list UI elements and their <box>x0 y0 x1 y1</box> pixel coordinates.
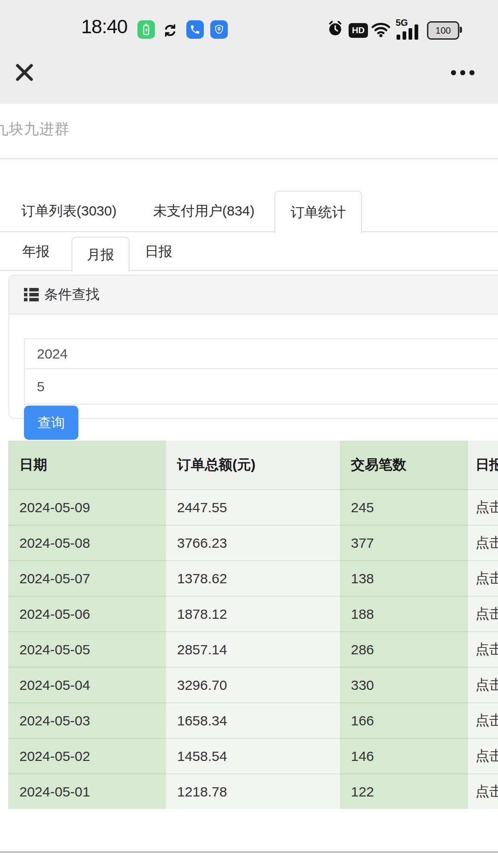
query-button[interactable]: 查询 <box>24 406 78 440</box>
cell-count: 245 <box>340 489 468 525</box>
cell-date: 2024-05-08 <box>8 525 166 560</box>
table-row: 2024-05-06 1878.12 188 点击 <box>8 596 498 631</box>
header-daily-report: 日报 <box>468 441 498 489</box>
stats-table: 日期 订单总额(元) 交易笔数 日报 2024-05-09 2447.55 24… <box>8 441 498 809</box>
cell-report-link[interactable]: 点击 <box>468 560 498 596</box>
month-input[interactable]: 5 <box>24 369 498 405</box>
cell-amount: 1378.62 <box>166 560 340 596</box>
cell-date: 2024-05-01 <box>8 773 166 809</box>
sync-icon <box>162 23 178 40</box>
more-dots-icon[interactable] <box>451 70 474 75</box>
table-row: 2024-05-01 1218.78 122 点击 <box>8 773 498 809</box>
cell-count: 166 <box>340 702 468 738</box>
cell-date: 2024-05-05 <box>8 631 166 667</box>
year-input[interactable]: 2024 <box>24 338 498 369</box>
header-date: 日期 <box>8 441 166 489</box>
cell-amount: 3766.23 <box>166 525 340 560</box>
table-row: 2024-05-05 2857.14 286 点击 <box>8 631 498 667</box>
app-screen: 18:40 HD 5G 100 九块九进群 <box>0 0 498 868</box>
battery-indicator: 100 <box>427 21 459 40</box>
subtab-daily[interactable]: 日报 <box>145 233 172 270</box>
subtab-monthly[interactable]: 月报 <box>71 237 130 272</box>
header-count: 交易笔数 <box>340 441 468 489</box>
cell-count: 330 <box>340 667 468 702</box>
table-row: 2024-05-07 1378.62 138 点击 <box>8 560 498 596</box>
cell-date: 2024-05-03 <box>8 702 166 738</box>
filter-panel: 条件查找 2024 5 查询 <box>8 275 498 419</box>
list-icon <box>24 287 39 302</box>
tab-unpaid-users[interactable]: 未支付用户(834) <box>153 191 255 231</box>
phone-app-icon <box>186 20 204 39</box>
cell-date: 2024-05-02 <box>8 738 166 773</box>
cell-report-link[interactable]: 点击 <box>468 525 498 560</box>
shield-app-icon <box>210 20 228 39</box>
cell-count: 146 <box>340 738 468 773</box>
cell-count: 286 <box>340 631 468 667</box>
filter-panel-title: 条件查找 <box>44 285 100 304</box>
tab-order-list[interactable]: 订单列表(3030) <box>21 191 117 231</box>
cell-amount: 2447.55 <box>166 489 340 525</box>
cell-report-link[interactable]: 点击 <box>468 489 498 525</box>
cell-count: 138 <box>340 560 468 596</box>
report-tab-bar: 年报 月报 日报 <box>0 233 498 271</box>
cell-date: 2024-05-09 <box>8 489 166 525</box>
table-row: 2024-05-09 2447.55 245 点击 <box>8 489 498 525</box>
cell-report-link[interactable]: 点击 <box>468 773 498 809</box>
cell-report-link[interactable]: 点击 <box>468 667 498 702</box>
filter-panel-header[interactable]: 条件查找 <box>9 275 498 315</box>
subtab-yearly[interactable]: 年报 <box>22 233 50 270</box>
table-row: 2024-05-02 1458.54 146 点击 <box>8 738 498 773</box>
page-title: 九块九进群 <box>0 119 70 139</box>
close-icon[interactable] <box>13 61 36 84</box>
cell-count: 122 <box>340 773 468 809</box>
table-row: 2024-05-08 3766.23 377 点击 <box>8 525 498 560</box>
tab-order-stats[interactable]: 订单统计 <box>274 191 362 233</box>
bottom-divider <box>0 851 498 853</box>
cell-amount: 3296.70 <box>166 667 340 702</box>
cell-count: 188 <box>340 596 468 631</box>
cell-date: 2024-05-06 <box>8 596 166 631</box>
battery-charging-app-icon <box>137 20 155 39</box>
wifi-icon <box>371 20 391 40</box>
cell-amount: 1878.12 <box>166 596 340 631</box>
clock-time: 18:40 <box>81 16 127 38</box>
alarm-icon <box>326 19 344 40</box>
main-tab-bar: 订单列表(3030) 未支付用户(834) 订单统计 <box>0 159 498 232</box>
table-row: 2024-05-03 1658.34 166 点击 <box>8 702 498 738</box>
cell-count: 377 <box>340 525 468 560</box>
status-bar: 18:40 HD 5G 100 <box>0 0 498 104</box>
header-amount: 订单总额(元) <box>166 441 340 489</box>
hd-badge: HD <box>349 23 368 38</box>
cell-date: 2024-05-04 <box>8 667 166 702</box>
cell-amount: 1458.54 <box>166 738 340 773</box>
cell-amount: 1218.78 <box>166 773 340 809</box>
cell-amount: 1658.34 <box>166 702 340 738</box>
signal-5g-icon: 5G <box>396 18 422 40</box>
cell-report-link[interactable]: 点击 <box>468 738 498 773</box>
cell-date: 2024-05-07 <box>8 560 166 596</box>
signal-bars-icon <box>396 24 422 40</box>
cell-report-link[interactable]: 点击 <box>468 702 498 738</box>
table-row: 2024-05-04 3296.70 330 点击 <box>8 667 498 702</box>
cell-report-link[interactable]: 点击 <box>468 596 498 631</box>
cell-amount: 2857.14 <box>166 631 340 667</box>
cell-report-link[interactable]: 点击 <box>468 631 498 667</box>
table-header-row: 日期 订单总额(元) 交易笔数 日报 <box>8 441 498 489</box>
